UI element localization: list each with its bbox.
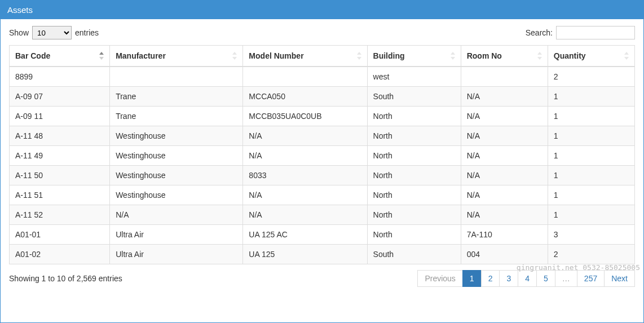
- assets-panel: Assets Show 102550100 entries Search: Ba…: [0, 0, 644, 323]
- column-header-bar-code[interactable]: Bar Code: [10, 46, 110, 67]
- cell-model: N/A: [243, 185, 367, 205]
- table-row[interactable]: A01-02Ultra AirUA 125South0042: [10, 245, 635, 264]
- sort-icon: [623, 52, 630, 60]
- cell-building: North: [367, 185, 461, 205]
- cell-model: MCCB035UA0C0UB: [243, 107, 367, 126]
- cell-building: South: [367, 245, 461, 264]
- assets-table: Bar CodeManufacturerModel NumberBuilding…: [9, 45, 635, 264]
- page-1[interactable]: 1: [462, 270, 482, 287]
- svg-marker-3: [232, 57, 237, 60]
- cell-manufacturer: Westinghouse: [110, 146, 243, 166]
- table-row[interactable]: A-11 50Westinghouse8033NorthN/A1: [10, 166, 635, 185]
- cell-model: MCCA050: [243, 87, 367, 107]
- sort-icon: [356, 52, 363, 60]
- cell-building: North: [367, 126, 461, 146]
- page-3[interactable]: 3: [499, 270, 518, 287]
- cell-qty: 1: [548, 205, 634, 225]
- pagination: Previous12345…257Next: [418, 270, 635, 287]
- cell-room: [461, 67, 548, 87]
- table-row[interactable]: 8899west2: [10, 67, 635, 87]
- svg-marker-8: [537, 52, 542, 55]
- svg-marker-0: [99, 52, 104, 55]
- svg-marker-9: [537, 57, 542, 60]
- column-header-room-no[interactable]: Room No: [461, 46, 548, 67]
- table-footer: Showing 1 to 10 of 2,569 entries Previou…: [9, 270, 635, 287]
- table-row[interactable]: A01-01Ultra AirUA 125 ACNorth7A-1103: [10, 225, 635, 245]
- table-row[interactable]: A-11 52N/AN/ANorthN/A1: [10, 205, 635, 225]
- cell-building: North: [367, 166, 461, 185]
- cell-model: N/A: [243, 146, 367, 166]
- length-prefix: Show: [9, 28, 29, 37]
- cell-qty: 1: [548, 87, 634, 107]
- svg-marker-1: [99, 57, 104, 60]
- cell-room: N/A: [461, 107, 548, 126]
- page-5[interactable]: 5: [536, 270, 555, 287]
- cell-room: N/A: [461, 126, 548, 146]
- page-4[interactable]: 4: [518, 270, 537, 287]
- table-row[interactable]: A-09 11TraneMCCB035UA0C0UBNorthN/A1: [10, 107, 635, 126]
- table-row[interactable]: A-11 51WestinghouseN/ANorthN/A1: [10, 185, 635, 205]
- cell-qty: 3: [548, 225, 634, 245]
- column-header-building[interactable]: Building: [367, 46, 461, 67]
- table-row[interactable]: A-09 07TraneMCCA050SouthN/A1: [10, 87, 635, 107]
- column-header-quantity[interactable]: Quantity: [548, 46, 634, 67]
- panel-body: Show 102550100 entries Search: Bar CodeM…: [1, 19, 643, 294]
- cell-barcode: A-09 07: [10, 87, 110, 107]
- cell-qty: 1: [548, 185, 634, 205]
- cell-qty: 1: [548, 126, 634, 146]
- svg-marker-10: [624, 52, 629, 55]
- cell-manufacturer: Ultra Air: [110, 225, 243, 245]
- column-label: Manufacturer: [116, 51, 166, 60]
- cell-qty: 1: [548, 146, 634, 166]
- table-info: Showing 1 to 10 of 2,569 entries: [9, 274, 122, 283]
- cell-barcode: A-11 52: [10, 205, 110, 225]
- table-row[interactable]: A-11 48WestinghouseN/ANorthN/A1: [10, 126, 635, 146]
- page-next[interactable]: Next: [604, 270, 635, 287]
- cell-barcode: A-11 48: [10, 126, 110, 146]
- search-label: Search:: [526, 28, 553, 37]
- column-header-model-number[interactable]: Model Number: [243, 46, 367, 67]
- svg-marker-11: [624, 57, 629, 60]
- cell-barcode: A01-01: [10, 225, 110, 245]
- length-suffix: entries: [75, 28, 99, 37]
- cell-building: west: [367, 67, 461, 87]
- column-label: Bar Code: [15, 51, 50, 60]
- length-select[interactable]: 102550100: [32, 26, 72, 39]
- cell-model: N/A: [243, 126, 367, 146]
- search-input[interactable]: [556, 26, 635, 39]
- cell-barcode: 8899: [10, 67, 110, 87]
- column-header-manufacturer[interactable]: Manufacturer: [110, 46, 243, 67]
- page-ellipsis: …: [555, 270, 577, 287]
- cell-model: UA 125 AC: [243, 225, 367, 245]
- svg-marker-4: [357, 52, 361, 55]
- table-row[interactable]: A-11 49WestinghouseN/ANorthN/A1: [10, 146, 635, 166]
- cell-room: N/A: [461, 185, 548, 205]
- cell-qty: 1: [548, 107, 634, 126]
- cell-building: North: [367, 225, 461, 245]
- cell-manufacturer: Ultra Air: [110, 245, 243, 264]
- column-label: Model Number: [249, 51, 303, 60]
- page-2[interactable]: 2: [481, 270, 500, 287]
- cell-barcode: A-09 11: [10, 107, 110, 126]
- sort-icon: [449, 52, 456, 60]
- table-controls: Show 102550100 entries Search:: [9, 26, 635, 39]
- panel-title: Assets: [1, 1, 643, 19]
- cell-manufacturer: N/A: [110, 205, 243, 225]
- cell-model: 8033: [243, 166, 367, 185]
- cell-model: UA 125: [243, 245, 367, 264]
- page-257[interactable]: 257: [577, 270, 605, 287]
- sort-icon: [98, 52, 105, 60]
- cell-room: N/A: [461, 87, 548, 107]
- search-control: Search:: [526, 26, 635, 39]
- length-control: Show 102550100 entries: [9, 26, 99, 39]
- cell-model: [243, 67, 367, 87]
- page-prev: Previous: [417, 270, 462, 287]
- cell-manufacturer: Westinghouse: [110, 185, 243, 205]
- cell-building: North: [367, 107, 461, 126]
- cell-model: N/A: [243, 205, 367, 225]
- cell-room: N/A: [461, 166, 548, 185]
- cell-building: North: [367, 205, 461, 225]
- cell-qty: 2: [548, 67, 634, 87]
- cell-barcode: A-11 50: [10, 166, 110, 185]
- cell-barcode: A-11 51: [10, 185, 110, 205]
